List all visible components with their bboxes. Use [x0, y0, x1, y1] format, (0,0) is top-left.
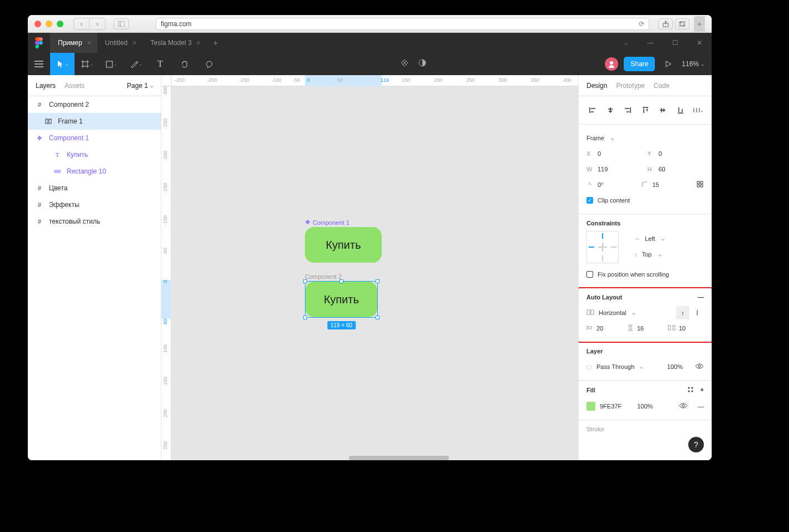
url-bar[interactable]: figma.com ⟳ [156, 18, 649, 30]
comment-tool[interactable] [197, 53, 221, 75]
h-constraint-select[interactable]: Left [645, 235, 655, 242]
minimize-window-button[interactable] [46, 21, 52, 27]
sidebar-toggle[interactable] [114, 18, 129, 29]
layer-frame-1[interactable]: Frame 1 [28, 113, 161, 130]
frame-type-select[interactable]: Frame [586, 135, 604, 141]
mask-icon[interactable] [418, 58, 427, 70]
resize-handle-se[interactable] [376, 316, 379, 319]
new-tab-button[interactable]: + [694, 16, 705, 32]
back-button[interactable]: ‹ [74, 18, 90, 29]
constraints-widget[interactable] [586, 231, 619, 263]
distribute-button[interactable]: ⌵ [692, 104, 704, 116]
dropdown-button[interactable]: ⌵ [614, 33, 638, 53]
present-button[interactable] [660, 53, 676, 75]
close-icon[interactable]: ✕ [196, 40, 201, 47]
fill-hex-input[interactable]: 9FE37F [600, 403, 622, 410]
remove-fill-button[interactable]: — [698, 403, 704, 410]
tab-code[interactable]: Code [654, 82, 670, 90]
help-button[interactable]: ? [688, 437, 704, 452]
style-button[interactable] [687, 386, 694, 394]
component-1-label[interactable]: ❖ Component 1 [305, 219, 349, 226]
fill-opacity-input[interactable]: 100% [637, 403, 653, 410]
blend-mode-select[interactable]: Pass Through [596, 363, 634, 370]
ruler-tick: -200 [207, 77, 217, 83]
component-2-label[interactable]: Component 2 [305, 273, 342, 280]
main-menu-button[interactable] [28, 53, 50, 75]
resize-handle-ne[interactable] [376, 279, 379, 283]
minimize-button[interactable]: — [638, 33, 663, 53]
y-input[interactable]: 0 [659, 150, 704, 157]
rotation-input[interactable]: 0° [598, 181, 637, 188]
figma-tab-3[interactable]: Tesla Model 3 ✕ [142, 33, 206, 53]
layer-effects[interactable]: # Эффекты [28, 196, 161, 213]
h-label: H [648, 166, 655, 173]
visibility-toggle[interactable] [695, 363, 704, 371]
close-icon[interactable]: ✕ [132, 40, 137, 47]
tab-design[interactable]: Design [586, 82, 607, 90]
align-right-button[interactable] [622, 104, 634, 116]
tab-layers[interactable]: Layers [36, 82, 56, 90]
layer-colors[interactable]: # Цвета [28, 180, 161, 196]
share-browser-button[interactable] [658, 18, 673, 29]
layer-title: Layer [586, 348, 603, 354]
horizontal-scrollbar[interactable] [349, 456, 449, 460]
share-button[interactable]: Share [624, 57, 655, 71]
align-top-button[interactable] [639, 104, 652, 116]
independent-corners-button[interactable] [696, 180, 704, 189]
clip-content-checkbox[interactable]: ✓ [586, 197, 593, 204]
align-hcenter-button[interactable] [604, 104, 617, 116]
text-tool[interactable]: T [148, 53, 172, 75]
resize-handle-nw[interactable] [303, 279, 307, 283]
layer-component-1[interactable]: ❖ Component 1 [28, 130, 161, 146]
tab-assets[interactable]: Assets [65, 82, 85, 90]
resize-handle-n[interactable] [339, 279, 343, 283]
page-selector[interactable]: Page 1⌵ [127, 82, 153, 90]
component-2-button[interactable]: Купить [305, 282, 377, 317]
component-1-button[interactable]: Купить [305, 227, 382, 263]
maximize-window-button[interactable] [57, 21, 63, 27]
figma-logo[interactable] [28, 33, 50, 53]
chrome-right: + [658, 16, 705, 32]
x-input[interactable]: 0 [598, 150, 643, 157]
add-fill-button[interactable]: + [701, 386, 704, 394]
reload-icon[interactable]: ⟳ [639, 20, 644, 28]
pen-tool[interactable]: ⌵ [124, 53, 148, 75]
opacity-input[interactable]: 100% [667, 363, 683, 370]
radius-input[interactable]: 15 [653, 181, 692, 188]
figma-tab-2[interactable]: Untitled ✕ [97, 33, 143, 53]
move-tool[interactable]: ⌵ [50, 53, 75, 75]
shape-tool[interactable]: ⌵ [99, 53, 124, 75]
layer-rectangle-10[interactable]: Rectangle 10 [28, 163, 161, 180]
align-left-button[interactable] [586, 104, 599, 116]
selection-outline[interactable]: Купить 119 × 60 [305, 281, 378, 318]
resize-handle-sw[interactable] [303, 316, 307, 319]
hand-tool[interactable] [172, 53, 197, 75]
user-avatar[interactable] [605, 57, 618, 71]
layer-component-2[interactable]: # Component 2 [28, 96, 161, 113]
tabs-browser-button[interactable] [675, 18, 689, 29]
layer-text-style[interactable]: # текстовый стиль [28, 213, 161, 230]
add-tab-button[interactable]: + [206, 38, 224, 47]
align-bottom-button[interactable] [674, 104, 687, 116]
w-input[interactable]: 119 [598, 166, 643, 173]
align-vcenter-button[interactable] [657, 104, 669, 116]
close-button[interactable]: ✕ [687, 33, 712, 53]
figma-tab-1[interactable]: Пример ✕ [50, 33, 97, 53]
close-window-button[interactable] [34, 21, 41, 27]
canvas[interactable]: -250 -200 -150 -100 -50 0 50 119 150 200… [161, 75, 578, 460]
close-icon[interactable]: ✕ [87, 40, 92, 47]
fill-color-swatch[interactable] [586, 402, 595, 411]
canvas-inner[interactable]: ❖ Component 1 Купить Component 2 Купить [171, 86, 578, 460]
forward-button[interactable]: › [90, 18, 105, 29]
fill-visibility-toggle[interactable] [679, 402, 688, 410]
fix-position-checkbox[interactable] [586, 271, 593, 278]
v-constraint-select[interactable]: Top [642, 251, 652, 258]
svg-point-5 [39, 41, 43, 45]
zoom-control[interactable]: 116% ⌵ [682, 60, 704, 68]
tab-prototype[interactable]: Prototype [616, 82, 644, 90]
h-input[interactable]: 60 [659, 166, 704, 173]
component-icon[interactable] [400, 58, 409, 70]
maximize-button[interactable]: ☐ [663, 33, 687, 53]
frame-tool[interactable]: ⌵ [75, 53, 99, 75]
layer-text-buy[interactable]: T Купить [28, 146, 161, 163]
